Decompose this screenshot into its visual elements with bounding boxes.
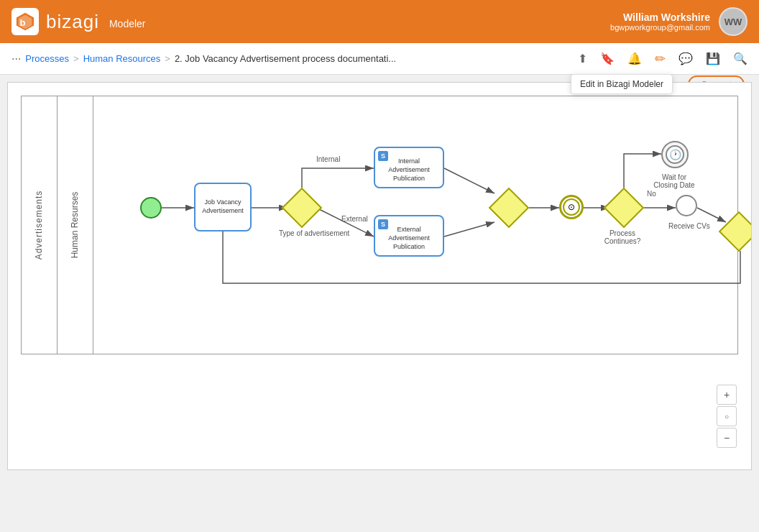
user-name: William Workshire	[610, 12, 710, 23]
end-event-clock[interactable]: 🕐	[661, 141, 689, 168]
task-job-vacancy-label: Job Vacancy Advertisement	[198, 198, 247, 215]
svg-line-8	[444, 168, 494, 193]
intermediate-event[interactable]: ⊙	[559, 195, 584, 219]
receive-cvs-label: Receive CVs	[668, 222, 710, 230]
start-event[interactable]	[140, 197, 162, 219]
pool-label-col: Advertisements	[22, 96, 58, 354]
gateway-type[interactable]	[282, 188, 323, 229]
breadcrumb-hr[interactable]: Human Resources	[83, 53, 161, 64]
lane-col: Human Resurses	[58, 96, 737, 354]
receive-cvs-event[interactable]	[676, 195, 697, 216]
zoom-in-icon: +	[724, 389, 730, 400]
zoom-out-button[interactable]: −	[717, 428, 737, 448]
pool: Advertisements Human Resurses	[21, 96, 738, 354]
zoom-reset-icon: ○	[724, 413, 729, 421]
lane-content: Job Vacancy Advertisement Type of advert…	[93, 96, 737, 354]
pool-label: Advertisements	[34, 191, 45, 260]
edit-icon-container: ✏ Edit in Bizagi Modeler	[655, 51, 666, 67]
breadcrumb-right: ⬆ 🔖 🔔 ✏ Edit in Bizagi Modeler 💬 💾 🔍	[578, 51, 748, 67]
gateway-final[interactable]	[719, 211, 752, 252]
lane-label: Human Resurses	[70, 192, 80, 259]
gateway-process-continues[interactable]	[604, 188, 645, 229]
zoom-controls: + ○ −	[717, 385, 737, 448]
bookmark-icon[interactable]: 🔖	[600, 52, 615, 65]
service-icon-external: S	[378, 219, 388, 229]
svg-text:b: b	[20, 17, 26, 28]
lane-label-col: Human Resurses	[58, 96, 93, 354]
header-left: b bizagi Modeler	[12, 8, 146, 35]
user-avatar[interactable]: WW	[719, 7, 748, 36]
edit-icon[interactable]: ✏	[655, 52, 666, 66]
service-icon-internal: S	[378, 151, 388, 161]
svg-line-12	[697, 208, 726, 222]
zoom-reset-button[interactable]: ○	[717, 406, 737, 426]
process-continues-label: Process Continues?	[601, 229, 644, 245]
comment-icon[interactable]: 💬	[678, 52, 693, 65]
task-external-pub[interactable]: S External Advertisement Publication	[374, 215, 444, 257]
bell-icon[interactable]: 🔔	[627, 52, 642, 65]
user-info: William Workshire bgwpworkgroup@gmail.co…	[610, 12, 710, 32]
task-job-vacancy[interactable]: Job Vacancy Advertisement	[194, 183, 252, 231]
breadcrumb-sep1: >	[73, 53, 79, 64]
end-event-inner: 🕐	[666, 145, 684, 164]
bizagi-logo: b	[12, 8, 39, 35]
task-internal-pub[interactable]: S Internal Advertisement Publication	[374, 147, 444, 188]
breadcrumb-bar: ··· Processes > Human Resources > 2. Job…	[0, 43, 759, 75]
search-icon[interactable]: 🔍	[733, 52, 748, 65]
breadcrumb-sep2: >	[165, 53, 170, 64]
breadcrumb-current: 2. Job Vacancy Advertisement process doc…	[175, 53, 396, 64]
breadcrumb-left: ··· Processes > Human Resources > 2. Job…	[12, 52, 396, 65]
user-email: bgwpworkgroup@gmail.com	[610, 23, 710, 32]
flow-label-type: Type of advertisement	[279, 229, 349, 237]
task-internal-label: Internal Advertisement Publication	[378, 157, 440, 183]
task-external-label: External Advertisement Publication	[378, 226, 440, 251]
app-header: b bizagi Modeler William Workshire bgwpw…	[0, 0, 759, 43]
wait-closing-label: Wait for Closing Date	[653, 173, 696, 189]
diagram-canvas: Advertisements Human Resurses	[7, 82, 752, 470]
flow-internal-label: Internal	[316, 155, 340, 163]
flow-external-label: External	[341, 215, 368, 223]
zoom-out-icon: −	[724, 432, 730, 444]
edit-tooltip: Edit in Bizagi Modeler	[571, 74, 673, 94]
breadcrumb-processes[interactable]: Processes	[25, 53, 69, 64]
zoom-in-button[interactable]: +	[717, 385, 737, 405]
flow-no-label: No	[647, 190, 656, 198]
app-subtitle: Modeler	[109, 18, 146, 29]
app-name: bizagi	[46, 11, 99, 33]
header-right: William Workshire bgwpworkgroup@gmail.co…	[610, 7, 748, 36]
svg-line-9	[444, 222, 494, 237]
breadcrumb-dots[interactable]: ···	[12, 52, 21, 65]
upload-icon[interactable]: ⬆	[578, 52, 587, 65]
intermediate-inner: ⊙	[563, 198, 580, 216]
gateway-merge[interactable]	[489, 188, 530, 229]
save-icon[interactable]: 💾	[706, 52, 720, 65]
